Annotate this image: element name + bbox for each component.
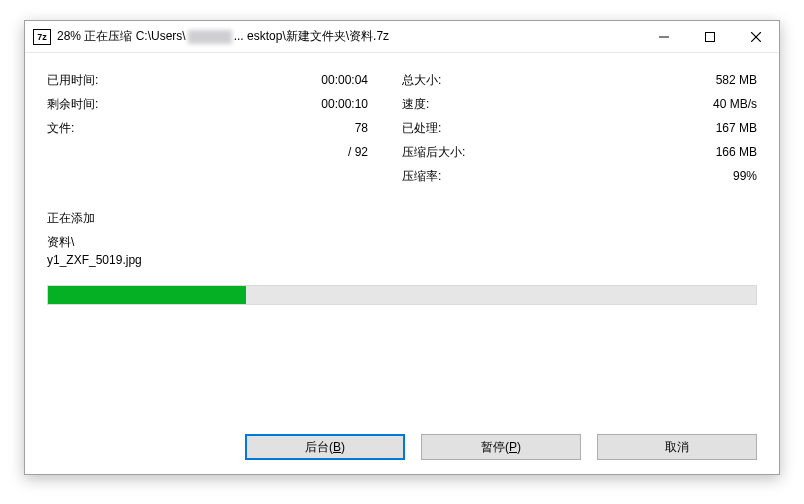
processed-label: 已处理: bbox=[402, 119, 441, 137]
compressed-size-label: 压缩后大小: bbox=[402, 143, 465, 161]
title-prefix: 28% 正在压缩 C:\Users\ bbox=[57, 28, 186, 45]
files-value: 78 bbox=[355, 119, 402, 137]
total-size-value: 582 MB bbox=[716, 71, 757, 89]
current-folder: 资料\ bbox=[47, 233, 757, 251]
svg-rect-1 bbox=[706, 32, 715, 41]
stats-right-column: 总大小: 582 MB 速度: 40 MB/s 已处理: 167 MB 压缩后大… bbox=[402, 71, 757, 185]
dialog-content: 已用时间: 00:00:04 剩余时间: 00:00:10 文件: 78 bbox=[25, 53, 779, 474]
titlebar[interactable]: 7z 28% 正在压缩 C:\Users\ ... esktop\新建文件夹\资… bbox=[25, 21, 779, 53]
elapsed-value: 00:00:04 bbox=[321, 71, 402, 89]
files-label: 文件: bbox=[47, 119, 74, 137]
adding-section: 正在添加 资料\ y1_ZXF_5019.jpg bbox=[47, 209, 757, 269]
elapsed-label: 已用时间: bbox=[47, 71, 98, 89]
button-row: 后台(B) 暂停(P) 取消 bbox=[47, 422, 757, 460]
ratio-row: 压缩率: 99% bbox=[402, 167, 757, 185]
title-suffix: ... esktop\新建文件夹\资料.7z bbox=[234, 28, 389, 45]
maximize-icon bbox=[705, 32, 715, 42]
maximize-button[interactable] bbox=[687, 21, 733, 52]
remaining-row: 剩余时间: 00:00:10 bbox=[47, 95, 402, 113]
window-controls bbox=[641, 21, 779, 52]
minimize-icon bbox=[659, 32, 669, 42]
ratio-label: 压缩率: bbox=[402, 167, 441, 185]
speed-row: 速度: 40 MB/s bbox=[402, 95, 757, 113]
compressed-size-value: 166 MB bbox=[716, 143, 757, 161]
progress-bar bbox=[47, 285, 757, 305]
elapsed-row: 已用时间: 00:00:04 bbox=[47, 71, 402, 89]
processed-value: 167 MB bbox=[716, 119, 757, 137]
remaining-value: 00:00:10 bbox=[321, 95, 402, 113]
close-button[interactable] bbox=[733, 21, 779, 52]
compressed-size-row: 压缩后大小: 166 MB bbox=[402, 143, 757, 161]
files-total-row: / 92 bbox=[47, 143, 402, 161]
compression-dialog: 7z 28% 正在压缩 C:\Users\ ... esktop\新建文件夹\资… bbox=[24, 20, 780, 475]
speed-value: 40 MB/s bbox=[713, 95, 757, 113]
processed-row: 已处理: 167 MB bbox=[402, 119, 757, 137]
minimize-button[interactable] bbox=[641, 21, 687, 52]
total-size-label: 总大小: bbox=[402, 71, 441, 89]
stats-grid: 已用时间: 00:00:04 剩余时间: 00:00:10 文件: 78 bbox=[47, 71, 757, 185]
remaining-label: 剩余时间: bbox=[47, 95, 98, 113]
app-icon: 7z bbox=[33, 29, 51, 45]
cancel-button[interactable]: 取消 bbox=[597, 434, 757, 460]
stats-left-column: 已用时间: 00:00:04 剩余时间: 00:00:10 文件: 78 bbox=[47, 71, 402, 185]
ratio-value: 99% bbox=[733, 167, 757, 185]
speed-label: 速度: bbox=[402, 95, 429, 113]
current-file: y1_ZXF_5019.jpg bbox=[47, 251, 757, 269]
files-row: 文件: 78 bbox=[47, 119, 402, 137]
adding-label: 正在添加 bbox=[47, 209, 757, 227]
files-total-value: / 92 bbox=[348, 143, 402, 161]
pause-button[interactable]: 暂停(P) bbox=[421, 434, 581, 460]
close-icon bbox=[751, 32, 761, 42]
title-redacted bbox=[188, 30, 232, 44]
total-size-row: 总大小: 582 MB bbox=[402, 71, 757, 89]
background-button[interactable]: 后台(B) bbox=[245, 434, 405, 460]
progress-fill bbox=[48, 286, 246, 304]
